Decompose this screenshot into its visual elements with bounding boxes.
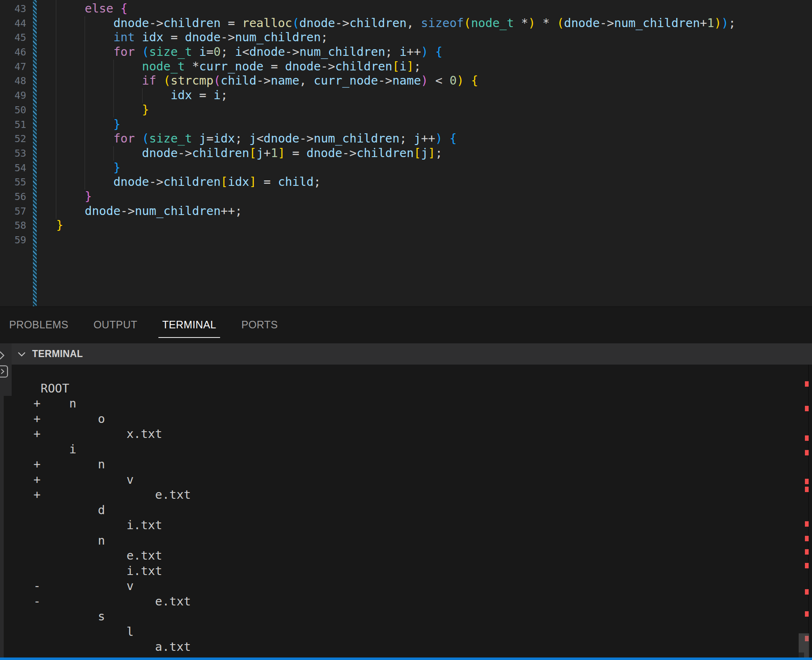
line-number: 54 <box>0 161 26 175</box>
line-number: 56 <box>0 190 26 204</box>
panel-tab-ports[interactable]: PORTS <box>241 307 278 342</box>
code-line[interactable]: 54 } <box>0 161 812 175</box>
code-text: for (size_t j=idx; j<dnode->num_children… <box>28 132 457 146</box>
panel-left-edge <box>0 396 4 658</box>
code-text: } <box>28 118 120 132</box>
scrollbar-error-mark <box>805 406 809 411</box>
line-number: 52 <box>0 132 26 146</box>
line-number: 57 <box>0 204 26 219</box>
code-line[interactable]: 46 for (size_t i=0; i<dnode->num_childre… <box>0 45 812 60</box>
code-line[interactable]: 53 dnode->children[j+1] = dnode->childre… <box>0 146 812 161</box>
code-text: dnode->num_children++; <box>28 204 242 219</box>
code-text: int idx = dnode->num_children; <box>28 30 328 45</box>
code-line[interactable]: 52 for (size_t j=idx; j<dnode->num_child… <box>0 132 812 146</box>
indent-guide <box>142 88 143 103</box>
scrollbar-error-mark <box>805 450 809 455</box>
scrollbar-error-mark <box>805 479 809 484</box>
line-number: 48 <box>0 74 26 88</box>
code-text: } <box>28 190 92 204</box>
panel-tab-problems[interactable]: PROBLEMS <box>9 307 68 342</box>
scrollbar-error-mark <box>805 549 809 555</box>
terminal-text: ROOT + n + o + x.txt i + n + v + e.txt d… <box>19 366 191 655</box>
chevron-right-icon[interactable] <box>0 350 5 363</box>
code-line[interactable]: 43 else { <box>0 2 812 16</box>
indent-guide <box>113 146 114 161</box>
code-line[interactable]: 44 dnode->children = realloc(dnode->chil… <box>0 16 812 31</box>
terminal-section-header[interactable]: TERMINAL <box>12 343 812 365</box>
code-text: else { <box>28 2 128 16</box>
terminal-output-area[interactable]: ROOT + n + o + x.txt i + n + v + e.txt d… <box>0 365 812 658</box>
line-number: 58 <box>0 218 26 233</box>
code-line[interactable]: 56 } <box>0 190 812 204</box>
line-number: 59 <box>0 233 26 248</box>
indent-guide <box>56 0 56 219</box>
scrollbar-error-mark <box>805 563 809 568</box>
code-line[interactable]: 58 } <box>0 218 812 233</box>
vscode-window: 43 else {44 dnode->children = realloc(dn… <box>0 0 812 660</box>
code-text: node_t *curr_node = dnode->children[i]; <box>28 60 421 74</box>
code-line[interactable]: 59 <box>0 233 812 248</box>
bottom-panel: PROBLEMSOUTPUTTERMINALPORTS ROOT + n + o… <box>0 306 812 660</box>
code-text: dnode->children[idx] = child; <box>28 175 321 190</box>
line-number: 49 <box>0 88 26 103</box>
code-text: dnode->children[j+1] = dnode->children[j… <box>28 146 442 161</box>
line-number: 47 <box>0 60 26 74</box>
panel-tab-bar: PROBLEMSOUTPUTTERMINALPORTS <box>9 307 303 342</box>
terminal-section-title: TERMINAL <box>32 348 83 360</box>
scrollbar-error-mark <box>805 487 809 492</box>
code-line[interactable]: 50 } <box>0 103 812 118</box>
terminal-panel-icon[interactable] <box>0 365 9 380</box>
code-line[interactable]: 55 dnode->children[idx] = child; <box>0 175 812 190</box>
line-number: 44 <box>0 16 26 31</box>
line-number: 55 <box>0 175 26 190</box>
line-number: 45 <box>0 30 26 45</box>
code-area[interactable]: 43 else {44 dnode->children = realloc(dn… <box>0 2 812 248</box>
scrollbar-error-mark <box>805 381 809 387</box>
code-line[interactable]: 51 } <box>0 118 812 132</box>
panel-left-dock <box>0 343 12 396</box>
scrollbar-error-mark <box>805 589 809 595</box>
line-number: 51 <box>0 118 26 132</box>
code-text: } <box>28 103 149 118</box>
chevron-down-icon[interactable] <box>18 352 26 357</box>
code-line[interactable]: 57 dnode->num_children++; <box>0 204 812 219</box>
window-bottom-border <box>0 658 812 660</box>
code-text: for (size_t i=0; i<dnode->num_children; … <box>28 45 442 60</box>
indent-guide <box>113 60 114 118</box>
code-text: dnode->children = realloc(dnode->childre… <box>28 16 736 31</box>
scrollbar-error-mark <box>805 611 809 617</box>
indent-guide <box>85 16 85 190</box>
code-text: if (strcmp(child->name, curr_node->name)… <box>28 74 478 88</box>
panel-tab-terminal[interactable]: TERMINAL <box>162 307 216 342</box>
scrollbar-error-mark <box>805 521 809 527</box>
code-text: idx = i; <box>28 88 228 103</box>
editor-pane[interactable]: 43 else {44 dnode->children = realloc(dn… <box>0 0 812 306</box>
code-text: } <box>28 218 63 233</box>
code-line[interactable]: 48 if (strcmp(child->name, curr_node->na… <box>0 74 812 88</box>
code-line[interactable]: 45 int idx = dnode->num_children; <box>0 30 812 45</box>
code-text: } <box>28 161 120 175</box>
panel-tab-output[interactable]: OUTPUT <box>93 307 137 342</box>
line-number: 46 <box>0 45 26 60</box>
code-line[interactable]: 47 node_t *curr_node = dnode->children[i… <box>0 60 812 74</box>
line-number: 43 <box>0 2 26 16</box>
scrollbar-error-mark <box>805 435 809 441</box>
line-number: 50 <box>0 103 26 118</box>
scrollbar-error-mark <box>805 536 809 541</box>
code-line[interactable]: 49 idx = i; <box>0 88 812 103</box>
line-number: 53 <box>0 146 26 161</box>
